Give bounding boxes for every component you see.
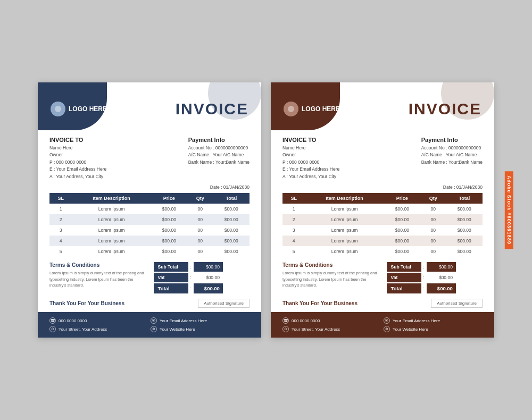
phone-icon-brown: ☎ <box>282 317 289 324</box>
table-cell: Lorem Ipsum <box>72 225 151 236</box>
payment-bank-blue: Bank Name : Your:Bank Name <box>188 159 250 166</box>
invoice-to-brown: INVOICE TO Name Here Owner P : 000 0000 … <box>282 137 339 181</box>
invoice-table-blue: SL Item Description Price Qty Total 1Lor… <box>49 193 250 257</box>
table-cell: Lorem Ipsum <box>305 246 384 257</box>
table-cell: $00.00 <box>384 214 420 225</box>
footer-phone-brown: ☎ 000 0000 0000 <box>282 317 381 324</box>
table-cell: 00 <box>187 236 213 246</box>
footer-website-brown: ⊕ Your Website Here <box>384 326 483 332</box>
footer-email-text-brown: Your Email Address Here <box>393 318 440 323</box>
total-label-brown: Total <box>387 283 421 293</box>
table-cell: $00.00 <box>446 246 483 257</box>
table-row: 2Lorem Ipsum$00.0000$00.00 <box>282 214 483 225</box>
invoice-title-blue: INVOICE <box>176 100 248 118</box>
footer-blue: ☎ 000 0000 0000 ✉ Your Email Address Her… <box>38 312 261 338</box>
total-row-blue: Total : $00.00 <box>154 283 250 293</box>
invoice-to-name-blue: Name Here <box>49 145 106 152</box>
subtotal-value-blue: $00.00 <box>194 262 223 272</box>
table-cell: $00.00 <box>213 246 250 257</box>
footer-email-blue: ✉ Your Email Address Here <box>151 317 250 324</box>
table-row: 5Lorem Ipsum$00.0000$00.00 <box>282 246 483 257</box>
table-cell: 1 <box>282 204 305 214</box>
invoice-to-role-blue: Owner <box>49 152 106 159</box>
svg-point-0 <box>55 106 61 112</box>
col-total-blue: Total <box>213 193 250 204</box>
totals-blue: Sub Total : $00.00 Vat : $00.00 Total : … <box>154 262 250 295</box>
terms-blue: Terms & Conditions Lorem Ipsum is simply… <box>49 262 145 295</box>
terms-brown: Terms & Conditions Lorem Ipsum is simply… <box>282 262 378 295</box>
total-value-blue: $00.00 <box>194 283 223 293</box>
invoice-title-brown: INVOICE <box>409 100 481 118</box>
footer-website-text-blue: Your Website Here <box>160 327 195 332</box>
thank-you-row-brown: Thank You For Your Business Authorised S… <box>271 295 494 310</box>
payment-account-blue: Account No : 0000000000000 <box>188 145 250 152</box>
invoice-card-brown: LOGO HERE INVOICE INVOICE TO Name Here O… <box>271 82 494 338</box>
table-row: 5Lorem Ipsum$00.0000$00.00 <box>49 246 250 257</box>
table-cell: Lorem Ipsum <box>72 204 151 214</box>
invoice-to-name-brown: Name Here <box>282 145 339 152</box>
logo-area-blue: LOGO HERE <box>51 102 107 116</box>
logo-text-blue: LOGO HERE <box>69 105 107 113</box>
invoice-to-heading-blue: INVOICE TO <box>49 137 106 143</box>
table-cell: 4 <box>282 236 305 246</box>
footer-brown: ☎ 000 0000 0000 ✉ Your Email Address Her… <box>271 312 494 338</box>
payment-ac-name-brown: A/C Name : Your A/C Name <box>421 152 483 159</box>
invoice-table-brown: SL Item Description Price Qty Total 1Lor… <box>282 193 483 257</box>
table-cell: $00.00 <box>446 236 483 246</box>
total-row-brown: Total : $00.00 <box>387 283 483 293</box>
vat-colon-blue: : <box>188 273 194 282</box>
table-cell: $00.00 <box>151 214 187 225</box>
total-value-brown: $00.00 <box>427 283 456 293</box>
table-cell: Lorem Ipsum <box>72 214 151 225</box>
table-row: 4Lorem Ipsum$00.0000$00.00 <box>282 236 483 246</box>
table-row: 3Lorem Ipsum$00.0000$00.00 <box>49 225 250 236</box>
table-cell: Lorem Ipsum <box>305 214 384 225</box>
table-row: 1Lorem Ipsum$00.0000$00.00 <box>49 204 250 214</box>
table-cell: 5 <box>49 246 72 257</box>
table-cell: Lorem Ipsum <box>72 246 151 257</box>
invoice-header-blue: LOGO HERE INVOICE <box>38 82 261 130</box>
vat-label-brown: Vat <box>387 273 421 282</box>
table-cell: $00.00 <box>446 225 483 236</box>
table-cell: $00.00 <box>384 204 420 214</box>
invoice-to-address-brown: A : Your Address, Your City <box>282 173 339 181</box>
vat-label-blue: Vat <box>154 273 188 282</box>
footer-website-text-brown: Your Website Here <box>393 327 428 332</box>
address-icon-brown: ⊙ <box>282 326 289 332</box>
adobe-watermark: Adobe Stock #600361889 <box>505 171 513 249</box>
table-cell: $00.00 <box>446 214 483 225</box>
invoice-to-address-blue: A : Your Address, Your City <box>49 173 106 181</box>
col-sl-brown: SL <box>282 193 305 204</box>
vat-value-blue: $00.00 <box>194 273 223 282</box>
vat-row-brown: Vat : $00.00 <box>387 273 483 282</box>
logo-icon-blue <box>51 102 65 116</box>
date-row-blue: Date : 01/JAN/2030 <box>49 184 250 190</box>
table-cell: 00 <box>420 246 446 257</box>
email-icon-blue: ✉ <box>151 317 157 324</box>
table-cell: $00.00 <box>213 204 250 214</box>
footer-website-blue: ⊕ Your Website Here <box>151 326 250 332</box>
authorised-box-brown: Authorised Signature <box>431 299 483 308</box>
date-row-brown: Date : 01/JAN/2030 <box>282 184 483 190</box>
payment-heading-blue: Payment Info <box>188 137 250 143</box>
table-cell: $00.00 <box>151 246 187 257</box>
logo-area-brown: LOGO HERE <box>284 102 340 116</box>
authorised-box-blue: Authorised Signature <box>198 299 250 308</box>
total-colon-brown: : <box>421 284 427 293</box>
col-desc-blue: Item Description <box>72 193 151 204</box>
footer-phone-text-brown: 000 0000 0000 <box>292 318 320 323</box>
payment-ac-name-blue: A/C Name : Your A/C Name <box>188 152 250 159</box>
table-cell: Lorem Ipsum <box>305 236 384 246</box>
invoice-body-blue: INVOICE TO Name Here Owner P : 000 0000 … <box>38 130 261 257</box>
thank-you-text-blue: Thank You For Your Business <box>49 300 124 306</box>
table-cell: Lorem Ipsum <box>72 236 151 246</box>
col-price-brown: Price <box>384 193 420 204</box>
payment-bank-brown: Bank Name : Your:Bank Name <box>421 159 483 166</box>
table-cell: 3 <box>49 225 72 236</box>
bottom-section-brown: Terms & Conditions Lorem Ipsum is simply… <box>271 258 494 295</box>
footer-address-text-brown: Your Street, Your Address <box>292 327 340 332</box>
payment-heading-brown: Payment Info <box>421 137 483 143</box>
table-cell: 2 <box>49 214 72 225</box>
table-cell: 00 <box>420 204 446 214</box>
email-icon-brown: ✉ <box>384 317 390 324</box>
